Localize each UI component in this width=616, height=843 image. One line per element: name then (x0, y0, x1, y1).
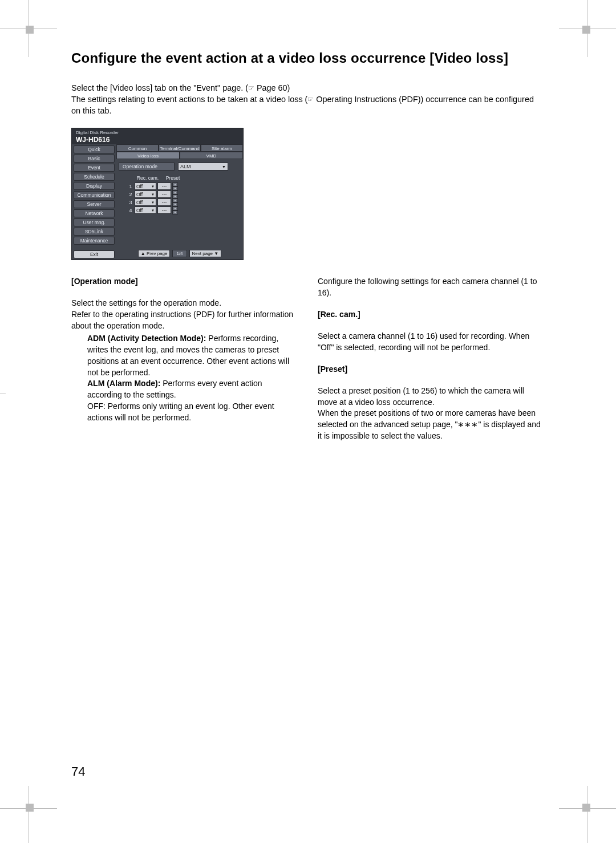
reccam-select[interactable]: Off▼ (135, 198, 156, 206)
tab-terminal-command[interactable]: Terminal/Command (159, 144, 201, 152)
heading-reccam: [Rec. cam.] (318, 309, 545, 321)
tab-row-2: Video loss VMD (116, 152, 243, 159)
page-indicator: 1/4 (172, 250, 187, 257)
step-up-icon[interactable]: ▲ (172, 183, 178, 187)
page: Configure the event action at a video lo… (0, 0, 616, 843)
crop-mark (29, 786, 29, 843)
col-header-preset: Preset (161, 175, 185, 181)
preset-stepper[interactable]: ▲▼ (172, 198, 178, 206)
pager: ▲ Prev page 1/4 Next page ▼ (116, 250, 243, 257)
col-header-reccam: Rec. cam. (136, 175, 160, 181)
sidebar-item-display[interactable]: Display (74, 182, 115, 190)
left-column: [Operation mode] Select the settings for… (71, 276, 298, 442)
sidebar-item-network[interactable]: Network (74, 209, 115, 217)
reccam-value: Off (136, 192, 143, 197)
step-down-icon[interactable]: ▼ (172, 202, 178, 206)
column-headers: Rec. cam. Preset (136, 175, 243, 181)
channel-number: 1 (128, 184, 133, 189)
reccam-value: Off (136, 208, 143, 213)
tab-row-1: Common Terminal/Command Site alarm (116, 144, 243, 152)
ui-sidebar: Quick Basic Event Schedule Display Commu… (72, 144, 116, 260)
preset-value[interactable]: --- (157, 206, 171, 214)
tab-site-alarm[interactable]: Site alarm (201, 144, 243, 152)
sidebar-item-usermng[interactable]: User mng. (74, 218, 115, 226)
body-columns: [Operation mode] Select the settings for… (71, 276, 545, 442)
channel-row: 1Off▼---▲▼ (128, 183, 243, 190)
crop-mark (582, 804, 590, 812)
tab-video-loss[interactable]: Video loss (116, 152, 180, 159)
ui-screenshot: Digital Disk Recorder WJ-HD616 Quick Bas… (71, 128, 244, 260)
off-text: OFF: Performs only writing an event log.… (87, 402, 274, 422)
step-down-icon[interactable]: ▼ (172, 194, 178, 198)
channel-row: 4Off▼---▲▼ (128, 206, 243, 214)
preset-value[interactable]: --- (157, 198, 171, 206)
chevron-down-icon: ▼ (151, 201, 155, 204)
sidebar-item-basic[interactable]: Basic (74, 155, 115, 163)
sidebar-item-server[interactable]: Server (74, 200, 115, 208)
channel-number: 3 (128, 200, 133, 205)
channel-number: 4 (128, 208, 133, 213)
sidebar-item-sd5link[interactable]: SD5Link (74, 228, 115, 236)
sidebar-item-maintenance[interactable]: Maintenance (74, 237, 115, 245)
step-up-icon[interactable]: ▲ (172, 206, 178, 210)
content-area: Configure the event action at a video lo… (71, 50, 545, 442)
alm-label: ALM (Alarm Mode): (87, 379, 160, 388)
intro-line1a: Select the [Video loss] tab on the "Even… (71, 83, 248, 92)
operation-mode-select[interactable]: ALM ▼ (178, 163, 228, 171)
sidebar-item-communication[interactable]: Communication (74, 191, 115, 199)
reccam-select[interactable]: Off▼ (135, 183, 156, 190)
prev-page-button[interactable]: ▲ Prev page (138, 250, 171, 257)
step-up-icon[interactable]: ▲ (172, 191, 178, 194)
crop-mark (0, 29, 57, 29)
channel-rows: 1Off▼---▲▼2Off▼---▲▼3Off▼---▲▼4Off▼---▲▼ (116, 183, 243, 214)
ui-body: Quick Basic Event Schedule Display Commu… (72, 144, 243, 260)
step-down-icon[interactable]: ▼ (172, 210, 178, 214)
preset-stepper[interactable]: ▲▼ (172, 206, 178, 214)
channel-number: 2 (128, 192, 133, 197)
preset-text1: Select a preset position (1 to 256) to w… (318, 386, 524, 407)
crop-mark (582, 26, 590, 34)
crop-mark (0, 808, 57, 809)
preset-stepper[interactable]: ▲▼ (172, 183, 178, 191)
operation-mode-label: Operation mode (119, 163, 175, 171)
reccam-select[interactable]: Off▼ (135, 191, 156, 198)
reccam-select[interactable]: Off▼ (135, 206, 156, 214)
crop-mark (587, 0, 587, 57)
heading-operation-mode: [Operation mode] (71, 276, 298, 287)
crop-mark (29, 0, 29, 57)
intro-line1b: Page 60) (254, 83, 290, 92)
right-intro: Configure the following settings for eac… (318, 276, 545, 299)
tab-common[interactable]: Common (116, 144, 159, 152)
reference-icon: ☞ (248, 83, 254, 93)
chevron-down-icon: ▼ (222, 165, 226, 169)
preset-stepper[interactable]: ▲▼ (172, 191, 178, 198)
crop-mark (26, 804, 34, 812)
opmode-desc2: Refer to the operating instructions (PDF… (71, 310, 293, 330)
sidebar-item-event[interactable]: Event (74, 164, 115, 172)
page-title: Configure the event action at a video lo… (71, 50, 545, 66)
operation-mode-value: ALM (180, 164, 191, 169)
adm-label: ADM (Activity Detection Mode): (87, 334, 206, 343)
crop-mark (559, 808, 616, 809)
brand-label: Digital Disk Recorder (76, 130, 119, 135)
step-up-icon[interactable]: ▲ (172, 198, 178, 202)
adm-item: ADM (Activity Detection Mode): Performs … (71, 333, 298, 379)
sidebar-item-schedule[interactable]: Schedule (74, 173, 115, 181)
exit-button[interactable]: Exit (74, 250, 115, 258)
intro-line2a: The settings relating to event actions t… (71, 95, 307, 104)
preset-value[interactable]: --- (157, 191, 171, 198)
crop-mark (26, 26, 34, 34)
next-page-button[interactable]: Next page ▼ (189, 250, 222, 257)
step-down-icon[interactable]: ▼ (172, 187, 178, 191)
sidebar-item-quick[interactable]: Quick (74, 145, 115, 153)
off-item: OFF: Performs only writing an event log.… (71, 401, 298, 424)
tab-vmd[interactable]: VMD (180, 152, 243, 159)
page-number: 74 (71, 764, 85, 779)
preset-value[interactable]: --- (157, 183, 171, 190)
crop-mark (0, 394, 6, 394)
intro-text: Select the [Video loss] tab on the "Even… (71, 82, 545, 116)
heading-preset: [Preset] (318, 364, 545, 375)
preset-text2: When the preset positions of two or more… (318, 408, 541, 440)
chevron-down-icon: ▼ (151, 193, 155, 196)
chevron-down-icon: ▼ (151, 209, 155, 212)
